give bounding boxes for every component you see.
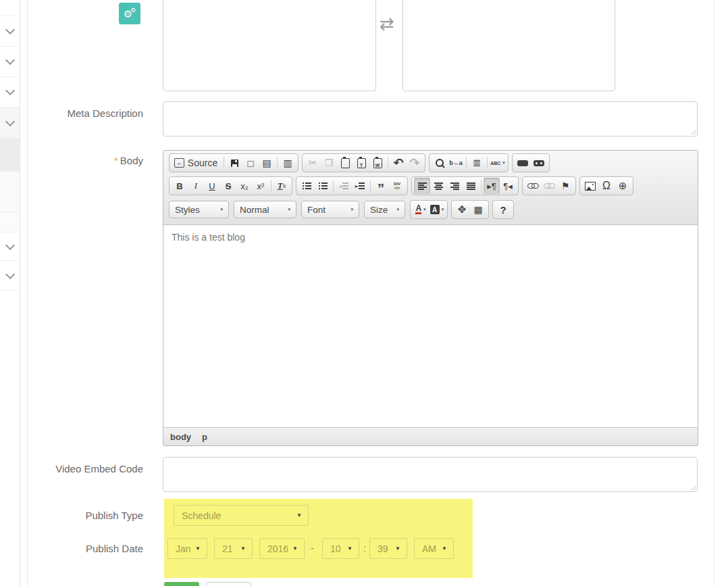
source-button[interactable]: ↔ Source: [172, 155, 222, 171]
align-justify-icon: [467, 182, 475, 190]
sidebar-item[interactable]: [0, 261, 20, 291]
month-select[interactable]: Jan▼: [167, 538, 207, 559]
toolbar-row-3: Styles▾ Normal▾ Font▾ Size▾ A▾ A▾ ✥ ▦ ?: [163, 197, 698, 220]
page: ⚙ ⚙ ⇄ Meta Description *Body ↔ Source □: [0, 0, 728, 586]
resize-grip-icon[interactable]: [690, 128, 696, 135]
redo-button[interactable]: ↷: [407, 155, 423, 171]
blockquote-button[interactable]: ”: [373, 175, 389, 197]
toolbar-group-clipboard: ✂ ❐ T W ↶ ↷: [302, 153, 425, 172]
strikethrough-button[interactable]: S: [220, 178, 236, 194]
div-container-button[interactable]: DIV</>: [389, 178, 405, 194]
outdent-icon: ◂: [339, 183, 342, 189]
spellcheck-button[interactable]: ABC▾: [490, 155, 506, 171]
sidebar-item[interactable]: [0, 172, 20, 212]
sidebar-item[interactable]: [0, 77, 20, 107]
bold-button[interactable]: B: [172, 178, 188, 194]
select-all-button[interactable]: ≣: [469, 155, 485, 171]
sidebar-item[interactable]: [0, 47, 20, 77]
question-icon: ?: [500, 204, 506, 216]
underline-button[interactable]: U: [204, 178, 220, 194]
publish-type-select[interactable]: Schedule ▼: [174, 505, 309, 526]
meridiem-select[interactable]: AM▼: [414, 538, 454, 559]
preview-button[interactable]: ▤: [259, 155, 275, 171]
bidi-ltr-button[interactable]: ▸¶: [484, 178, 500, 194]
resize-grip-icon[interactable]: [690, 484, 696, 490]
indent-button[interactable]: ▸: [352, 178, 368, 194]
save-button[interactable]: [226, 155, 242, 171]
editor-content[interactable]: This is a test blog: [163, 225, 698, 427]
font-dropdown[interactable]: Font▾: [301, 201, 359, 218]
bulleted-list-button[interactable]: [315, 178, 331, 194]
toolbar-group-insert: Ω ⊕: [579, 176, 633, 195]
maximize-button[interactable]: ✥: [454, 201, 470, 218]
replace-button[interactable]: b↔a: [448, 155, 464, 171]
paste-button[interactable]: [337, 155, 353, 171]
insert-image-button[interactable]: [582, 178, 598, 194]
paste-text-button[interactable]: T: [353, 155, 369, 171]
sidebar-item[interactable]: [0, 139, 20, 172]
rich-text-editor: ↔ Source □ ▤ ▥ ✂ ❐ T W ↶: [163, 150, 698, 446]
chevron-down-icon: [5, 25, 14, 34]
copy-icon: ❐: [325, 157, 334, 168]
editor-toolbar: ↔ Source □ ▤ ▥ ✂ ❐ T W ↶: [163, 151, 698, 225]
image-button-button[interactable]: [531, 155, 547, 171]
text-color-button[interactable]: A▾: [413, 201, 429, 218]
slug-textarea[interactable]: [402, 0, 615, 91]
video-embed-textarea[interactable]: [163, 457, 698, 492]
templates-button[interactable]: ▥: [280, 155, 296, 171]
sidebar-item[interactable]: [0, 16, 20, 47]
cut-button[interactable]: ✂: [305, 155, 321, 171]
sidebar-item-selected[interactable]: [0, 107, 20, 139]
copy-button[interactable]: ❐: [321, 155, 337, 171]
templates-icon: ▥: [283, 157, 292, 168]
superscript-button[interactable]: x²: [253, 178, 269, 194]
bg-color-button[interactable]: A▾: [429, 201, 445, 218]
bidi-rtl-icon: ¶◂: [503, 181, 513, 191]
chevron-down-icon: ▼: [442, 545, 447, 552]
path-p[interactable]: p: [202, 432, 207, 442]
anchor-button[interactable]: ⚑: [557, 178, 573, 194]
iframe-button[interactable]: ⊕: [615, 178, 631, 194]
subscript-button[interactable]: x₂: [236, 178, 253, 194]
align-right-button[interactable]: [446, 178, 463, 194]
about-button[interactable]: ?: [495, 201, 511, 218]
format-dropdown[interactable]: Normal▾: [234, 201, 296, 218]
path-body[interactable]: body: [170, 432, 191, 442]
unlink-button[interactable]: [541, 178, 557, 194]
find-button[interactable]: [432, 155, 448, 171]
show-blocks-button[interactable]: ▦: [470, 201, 486, 218]
sidebar-item[interactable]: [0, 212, 20, 233]
align-center-button[interactable]: [430, 178, 446, 194]
numbered-list-button[interactable]: [298, 178, 315, 194]
year-select[interactable]: 2016▼: [259, 538, 305, 559]
hour-select[interactable]: 10▼: [322, 538, 359, 559]
size-dropdown[interactable]: Size▾: [364, 201, 405, 218]
italic-button[interactable]: I: [188, 178, 204, 194]
replace-icon: b↔a: [449, 160, 463, 166]
toolbar-row-2: B I U S x₂ x² Tx ◂ ▸ ” DIV<: [163, 174, 698, 197]
minute-select[interactable]: 39▼: [369, 538, 407, 559]
align-left-button[interactable]: [414, 178, 430, 194]
title-textarea[interactable]: [163, 0, 376, 91]
undo-button[interactable]: ↶: [390, 155, 407, 171]
outdent-button[interactable]: ◂: [336, 178, 352, 194]
special-char-button[interactable]: Ω: [598, 178, 615, 194]
meta-description-textarea[interactable]: [163, 101, 698, 137]
paste-word-button[interactable]: W: [369, 155, 386, 171]
settings-button[interactable]: ⚙ ⚙: [119, 3, 140, 24]
submit-button[interactable]: [164, 582, 199, 586]
new-page-button[interactable]: □: [242, 155, 259, 171]
sidebar-item[interactable]: [0, 233, 20, 261]
cancel-button[interactable]: [206, 582, 251, 586]
day-select[interactable]: 21▼: [214, 538, 253, 559]
remove-format-button[interactable]: Tx: [274, 178, 290, 194]
chevron-down-icon: [5, 240, 14, 249]
sidebar-item[interactable]: [0, 0, 20, 16]
chevron-down-icon: [5, 86, 14, 95]
editor-element-path: body p: [163, 427, 698, 445]
styles-dropdown[interactable]: Styles▾: [169, 201, 229, 218]
form-button-button[interactable]: [515, 155, 531, 171]
link-button[interactable]: [525, 178, 541, 194]
bidi-rtl-button[interactable]: ¶◂: [500, 178, 516, 194]
align-justify-button[interactable]: [463, 178, 479, 194]
